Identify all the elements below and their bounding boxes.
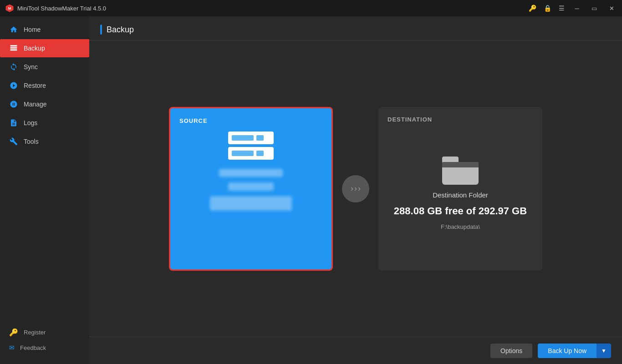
destination-name: Destination Folder bbox=[433, 191, 488, 199]
mail-icon: ✉ bbox=[9, 344, 15, 351]
svg-text:M: M bbox=[8, 6, 11, 10]
disk-rect-2 bbox=[232, 151, 254, 156]
register-label: Register bbox=[24, 329, 46, 336]
disk-small-2 bbox=[256, 151, 264, 156]
sidebar-item-feedback[interactable]: ✉ Feedback bbox=[0, 340, 89, 355]
main-layout: Home Backup Sync Restore bbox=[0, 16, 622, 364]
svg-rect-3 bbox=[10, 47, 17, 49]
chevron-2: › bbox=[354, 184, 357, 193]
chevron-1: › bbox=[351, 184, 353, 193]
logs-icon bbox=[9, 118, 18, 127]
backup-area: SOURCE bbox=[89, 40, 622, 337]
sidebar-label-backup: Backup bbox=[24, 45, 45, 52]
page-header: Backup bbox=[89, 16, 622, 40]
sidebar-label-sync: Sync bbox=[24, 63, 38, 71]
key-bottom-icon: 🔑 bbox=[9, 328, 18, 337]
bottom-bar: Options Back Up Now ▼ bbox=[89, 337, 622, 364]
backup-now-group: Back Up Now ▼ bbox=[538, 344, 611, 358]
disk-small-1 bbox=[256, 135, 264, 141]
maximize-button[interactable]: ▭ bbox=[589, 3, 599, 13]
disk-rect-1 bbox=[232, 135, 254, 141]
page-header-bar bbox=[100, 25, 102, 35]
backup-now-dropdown-button[interactable]: ▼ bbox=[597, 344, 611, 358]
close-button[interactable]: ✕ bbox=[607, 3, 617, 13]
destination-card[interactable]: DESTINATION Destination Folder 288.08 GB… bbox=[378, 107, 542, 271]
menu-icon[interactable]: ☰ bbox=[559, 5, 565, 12]
source-label: SOURCE bbox=[179, 117, 208, 124]
folder-icon bbox=[442, 157, 479, 185]
destination-card-inner: DESTINATION Destination Folder 288.08 GB… bbox=[387, 116, 533, 262]
svg-rect-4 bbox=[10, 49, 17, 51]
sidebar-item-logs[interactable]: Logs bbox=[0, 114, 89, 132]
title-bar-controls: 🔑 🔒 ☰ ─ ▭ ✕ bbox=[529, 3, 617, 13]
destination-size: 288.08 GB free of 292.97 GB bbox=[394, 205, 527, 217]
sidebar-label-home: Home bbox=[24, 26, 41, 33]
sidebar-item-restore[interactable]: Restore bbox=[0, 76, 89, 95]
folder-stripe bbox=[442, 162, 479, 167]
chevron-icons: › › › bbox=[351, 184, 361, 193]
folder-body bbox=[442, 162, 479, 185]
disk-icon-1 bbox=[228, 131, 274, 144]
sync-icon bbox=[9, 62, 18, 71]
sidebar-item-register[interactable]: 🔑 Register bbox=[0, 324, 89, 340]
sidebar-nav: Home Backup Sync Restore bbox=[0, 20, 89, 324]
sidebar-item-backup[interactable]: Backup bbox=[0, 39, 89, 57]
app-title: MiniTool ShadowMaker Trial 4.5.0 bbox=[17, 5, 106, 12]
source-card[interactable]: SOURCE bbox=[169, 107, 333, 271]
disk-icon-group bbox=[228, 131, 274, 160]
tools-icon bbox=[9, 137, 18, 146]
title-bar-left: M MiniTool ShadowMaker Trial 4.5.0 bbox=[5, 4, 106, 12]
home-icon bbox=[9, 25, 18, 34]
chevron-3: › bbox=[358, 184, 361, 193]
sidebar-label-manage: Manage bbox=[24, 101, 47, 108]
svg-rect-2 bbox=[10, 45, 17, 46]
destination-path: F:\backupdata\ bbox=[441, 223, 480, 230]
sidebar-item-manage[interactable]: Manage bbox=[0, 95, 89, 113]
backup-icon bbox=[9, 44, 18, 53]
content-area: Backup SOURCE bbox=[89, 16, 622, 364]
app-logo-icon: M bbox=[5, 4, 14, 12]
sidebar-label-tools: Tools bbox=[24, 138, 39, 145]
page-title: Backup bbox=[107, 25, 134, 35]
source-blurred-line-3 bbox=[210, 196, 292, 211]
sidebar-bottom: 🔑 Register ✉ Feedback bbox=[0, 324, 89, 364]
destination-label: DESTINATION bbox=[387, 116, 432, 123]
sidebar-item-home[interactable]: Home bbox=[0, 20, 89, 39]
lock-icon[interactable]: 🔒 bbox=[544, 5, 551, 12]
manage-icon bbox=[9, 100, 18, 109]
disk-icon-2 bbox=[228, 147, 274, 160]
sidebar-label-logs: Logs bbox=[24, 119, 37, 126]
restore-icon bbox=[9, 81, 18, 90]
sidebar-label-restore: Restore bbox=[24, 82, 46, 89]
title-bar: M MiniTool ShadowMaker Trial 4.5.0 🔑 🔒 ☰… bbox=[0, 0, 622, 16]
source-blurred-line-2 bbox=[228, 182, 274, 191]
options-button[interactable]: Options bbox=[490, 344, 532, 358]
sidebar: Home Backup Sync Restore bbox=[0, 16, 89, 364]
source-blurred-line-1 bbox=[219, 169, 283, 177]
feedback-label: Feedback bbox=[20, 344, 46, 351]
key-icon[interactable]: 🔑 bbox=[529, 5, 536, 12]
sidebar-item-tools[interactable]: Tools bbox=[0, 132, 89, 151]
backup-now-button[interactable]: Back Up Now bbox=[538, 344, 597, 358]
arrow-button[interactable]: › › › bbox=[342, 175, 369, 202]
minimize-button[interactable]: ─ bbox=[572, 3, 582, 13]
sidebar-item-sync[interactable]: Sync bbox=[0, 58, 89, 76]
